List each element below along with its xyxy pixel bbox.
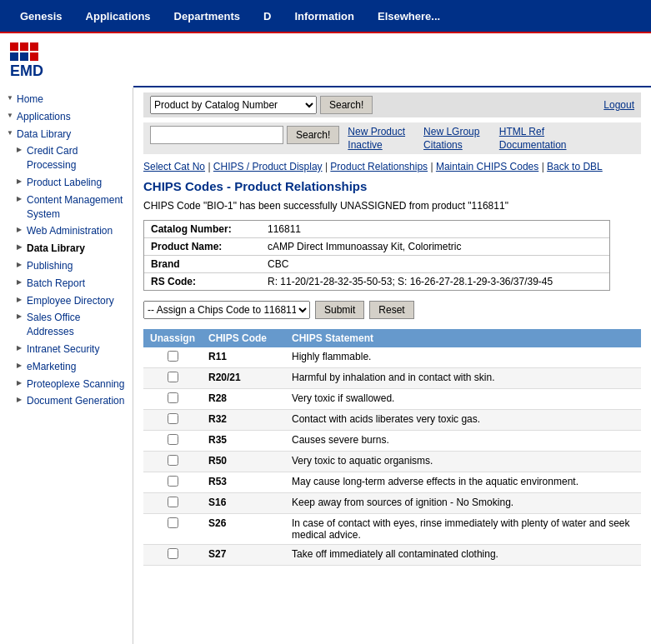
unassign-checkbox[interactable] bbox=[168, 392, 178, 403]
sidebar-item-emarketing[interactable]: ▶ eMarketing bbox=[0, 358, 133, 376]
assign-chips-select[interactable]: -- Assign a Chips Code to 116811 -- bbox=[143, 301, 310, 319]
search-second-button[interactable]: Search! bbox=[287, 126, 339, 144]
sidebar-item-data-library-sub[interactable]: ▶ Data Library bbox=[0, 240, 133, 257]
chips-row: R28Very toxic if swallowed. bbox=[143, 389, 641, 410]
chips-code-cell: S26 bbox=[202, 514, 285, 545]
unassign-checkbox[interactable] bbox=[168, 351, 178, 362]
sidebar-label-batch: Batch Report bbox=[27, 277, 85, 291]
chips-statement-cell: Keep away from sources of ignition - No … bbox=[285, 493, 641, 514]
arrow-proteoplx: ▶ bbox=[17, 379, 25, 387]
unassign-checkbox[interactable] bbox=[168, 413, 178, 424]
assign-submit-button[interactable]: Submit bbox=[315, 301, 364, 319]
unassign-checkbox[interactable] bbox=[168, 455, 178, 466]
logout-link[interactable]: Logout bbox=[603, 99, 634, 111]
documentation-link[interactable]: Documentation bbox=[499, 139, 567, 151]
nav-departments[interactable]: Departments bbox=[163, 10, 252, 22]
inactive-link[interactable]: Inactive bbox=[348, 139, 415, 151]
search-top-button[interactable]: Search! bbox=[320, 96, 373, 114]
sidebar-item-credit-card[interactable]: ▶ Credit Card Processing bbox=[0, 142, 133, 174]
sidebar-item-doc-gen[interactable]: ▶ Document Generation bbox=[0, 392, 133, 410]
sidebar-item-batch-report[interactable]: ▶ Batch Report bbox=[0, 275, 133, 292]
unassign-cell bbox=[143, 368, 202, 389]
unassign-checkbox[interactable] bbox=[168, 517, 178, 528]
nav-genesis[interactable]: Genesis bbox=[8, 10, 74, 22]
unassign-checkbox[interactable] bbox=[168, 372, 178, 382]
nav-elsewhere[interactable]: Elsewhere... bbox=[366, 10, 452, 22]
brand-label: Brand bbox=[144, 256, 261, 273]
sidebar-item-content-mgmt[interactable]: ▶ Content Management System bbox=[0, 192, 133, 223]
breadcrumb-back-dbl[interactable]: Back to DBL bbox=[547, 161, 603, 172]
html-ref-link[interactable]: HTML Ref bbox=[499, 126, 567, 137]
sidebar-item-employee-dir[interactable]: ▶ Employee Directory bbox=[0, 292, 133, 310]
unassign-cell bbox=[143, 545, 202, 566]
unassign-cell bbox=[143, 347, 202, 368]
new-lgroup-link[interactable]: New LGroup bbox=[423, 126, 491, 137]
sidebar-item-web-admin[interactable]: ▶ Web Administration bbox=[0, 222, 133, 240]
sidebar-item-proteoplx[interactable]: ▶ Proteoplexe Scanning bbox=[0, 376, 133, 393]
unassign-checkbox[interactable] bbox=[168, 497, 178, 507]
arrow-credit: ▶ bbox=[17, 146, 25, 153]
product-catalog-row: Catalog Number: 116811 bbox=[144, 221, 609, 238]
nav-d[interactable]: D bbox=[252, 10, 283, 22]
sidebar-item-intranet-sec[interactable]: ▶ Intranet Security bbox=[0, 341, 133, 358]
arrow-employee: ▶ bbox=[17, 296, 25, 303]
unassign-cell bbox=[143, 472, 202, 493]
arrow-applications: ▼ bbox=[7, 112, 15, 119]
header: EMD bbox=[0, 33, 651, 87]
breadcrumb-chips-display[interactable]: CHIPS / Product Display bbox=[213, 161, 323, 172]
nav-information[interactable]: Information bbox=[283, 10, 366, 22]
assign-reset-button[interactable]: Reset bbox=[369, 301, 413, 319]
chips-row: R32Contact with acids liberates very tox… bbox=[143, 410, 641, 431]
unassign-checkbox[interactable] bbox=[168, 434, 178, 445]
search-bar-top: Product by Catalog Number Product by Nam… bbox=[143, 92, 641, 117]
sidebar: ▼ Home ▼ Applications ▼ Data Library ▶ C… bbox=[0, 87, 133, 644]
breadcrumb-product-rel[interactable]: Product Relationships bbox=[330, 161, 428, 172]
product-rs-code-row: RS Code: R: 11-20/21-28-32-35-50-53; S: … bbox=[144, 273, 609, 291]
assign-chips-row: -- Assign a Chips Code to 116811 -- Subm… bbox=[143, 301, 641, 319]
sidebar-label-credit: Credit Card Processing bbox=[27, 144, 129, 172]
chips-code-cell: R35 bbox=[202, 431, 285, 452]
sidebar-item-product-labeling[interactable]: ▶ Product Labeling bbox=[0, 174, 133, 192]
search-type-select[interactable]: Product by Catalog Number Product by Nam… bbox=[150, 96, 317, 114]
search-bar-second: Search! New Product New LGroup HTML Ref … bbox=[143, 122, 641, 154]
unassign-cell bbox=[143, 514, 202, 545]
arrow-datalibrary-sub: ▶ bbox=[17, 243, 25, 251]
breadcrumb-select-cat[interactable]: Select Cat No bbox=[143, 161, 205, 172]
chips-statement-cell: Take off immediately all contaminated cl… bbox=[285, 545, 641, 566]
chips-statement-cell: May cause long-term adverse effects in t… bbox=[285, 472, 641, 493]
unassign-checkbox[interactable] bbox=[168, 476, 178, 487]
nav-applications[interactable]: Applications bbox=[74, 10, 163, 22]
chips-statement-cell: Highly flammable. bbox=[285, 347, 641, 368]
sidebar-item-applications[interactable]: ▼ Applications bbox=[0, 108, 133, 126]
sidebar-item-sales-office[interactable]: ▶ Sales Office Addresses bbox=[0, 309, 133, 341]
sidebar-label-home: Home bbox=[17, 92, 43, 107]
chips-table-header-row: Unassign CHIPS Code CHIPS Statement bbox=[143, 329, 641, 347]
product-name-label: Product Name: bbox=[144, 238, 261, 256]
chips-code-cell: R50 bbox=[202, 452, 285, 472]
citations-link[interactable]: Citations bbox=[423, 139, 491, 151]
chips-statement-cell: Very toxic if swallowed. bbox=[285, 389, 641, 410]
top-navigation: Genesis Applications Departments D Infor… bbox=[0, 0, 651, 32]
chips-code-cell: S16 bbox=[202, 493, 285, 514]
arrow-emarketing: ▶ bbox=[17, 362, 25, 369]
arrow-sales: ▶ bbox=[17, 312, 25, 320]
unassign-checkbox[interactable] bbox=[168, 548, 178, 559]
search-input[interactable] bbox=[150, 126, 283, 144]
sidebar-label-web-admin: Web Administration bbox=[27, 224, 113, 238]
svg-rect-1 bbox=[20, 42, 28, 51]
sidebar-item-data-library-top[interactable]: ▼ Data Library bbox=[0, 126, 133, 143]
new-product-link[interactable]: New Product bbox=[348, 126, 415, 137]
chips-row: R20/21Harmful by inhalation and in conta… bbox=[143, 368, 641, 389]
svg-rect-2 bbox=[10, 52, 18, 61]
sidebar-item-home[interactable]: ▼ Home bbox=[0, 91, 133, 108]
chips-table-body: R11Highly flammable.R20/21Harmful by inh… bbox=[143, 347, 641, 566]
sidebar-label-proteoplx: Proteoplexe Scanning bbox=[27, 377, 124, 392]
sidebar-item-publishing[interactable]: ▶ Publishing bbox=[0, 257, 133, 275]
unassign-cell bbox=[143, 493, 202, 514]
chips-code-cell: R32 bbox=[202, 410, 285, 431]
breadcrumb-maintain-chips[interactable]: Maintain CHIPS Codes bbox=[436, 161, 538, 172]
chips-code-cell: R53 bbox=[202, 472, 285, 493]
col-chips-statement: CHIPS Statement bbox=[285, 329, 641, 347]
chips-row: S27Take off immediately all contaminated… bbox=[143, 545, 641, 566]
sidebar-label-intranet: Intranet Security bbox=[27, 342, 99, 357]
